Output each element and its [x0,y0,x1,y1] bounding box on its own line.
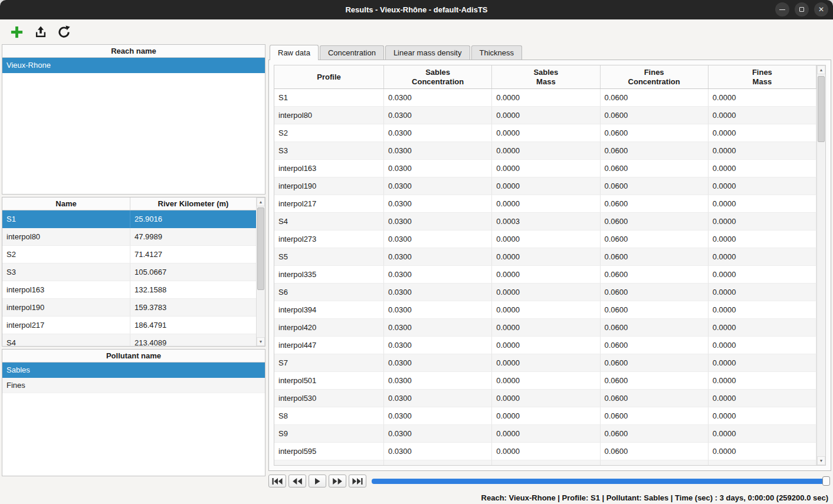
titlebar[interactable]: Results - Vieux-Rhône - default-AdisTS ✕ [0,0,833,19]
profiles-panel: Name River Kilometer (m) S1 25.9016 [2,197,265,347]
cell-sables-concentration: 0.0300 [384,213,492,230]
data-table-body: S1 0.0300 0.0000 0.0600 0.0000 interpol8… [274,89,816,465]
reach-list: Vieux-Rhone [2,58,265,194]
table-row[interactable]: interpol595 0.0300 0.0000 0.0600 0.0000 [274,443,816,460]
cell-profile: interpol217 [274,195,384,213]
maximize-button[interactable] [795,2,809,17]
statusbar: Reach: Vieux-Rhone | Profile: S1 | Pollu… [0,491,833,504]
column-header-fines-mass[interactable]: Fines Mass [709,65,816,88]
profile-row[interactable]: S1 25.9016 [2,210,256,228]
table-row[interactable]: S6 0.0300 0.0000 0.0600 0.0000 [274,284,816,301]
table-row[interactable]: interpol217 0.0300 0.0000 0.0600 0.0000 [274,195,816,213]
table-row[interactable]: interpol501 0.0300 0.0000 0.0600 0.0000 [274,372,816,390]
tab[interactable]: Raw data [270,45,319,60]
table-row[interactable]: interpol335 0.0300 0.0000 0.0600 0.0000 [274,266,816,284]
table-row[interactable]: S10 0.0300 0.0000 0.0600 0.0000 [274,460,816,465]
profiles-scrollbar[interactable]: ▲ ▼ [256,197,265,346]
scroll-up-icon[interactable]: ▲ [817,65,825,74]
table-row[interactable]: interpol420 0.0300 0.0000 0.0600 0.0000 [274,319,816,337]
close-button[interactable]: ✕ [814,2,828,17]
reach-item[interactable]: Vieux-Rhone [2,58,265,73]
profile-row[interactable]: interpol217 186.4791 [2,317,256,334]
cell-sables-mass: 0.0000 [492,425,600,443]
cell-fines-mass: 0.0000 [709,142,816,160]
tab[interactable]: Concentration [320,45,384,60]
play-button[interactable] [309,475,326,487]
add-button[interactable] [9,24,25,40]
export-button[interactable] [32,24,48,40]
cell-fines-mass: 0.0000 [709,124,816,142]
column-header-fines-concentration[interactable]: Fines Concentration [601,65,709,88]
table-row[interactable]: S5 0.0300 0.0000 0.0600 0.0000 [274,248,816,266]
table-row[interactable]: interpol394 0.0300 0.0000 0.0600 0.0000 [274,301,816,319]
scroll-down-icon[interactable]: ▼ [817,456,825,465]
cell-sables-mass: 0.0000 [492,266,600,284]
table-row[interactable]: interpol530 0.0300 0.0000 0.0600 0.0000 [274,390,816,407]
cell-profile: interpol420 [274,319,384,337]
table-row[interactable]: S4 0.0300 0.0003 0.0600 0.0000 [274,213,816,230]
table-row[interactable]: interpol80 0.0300 0.0000 0.0600 0.0000 [274,107,816,124]
status-text: Reach: Vieux-Rhone | Profile: S1 | Pollu… [481,493,828,502]
minimize-button[interactable] [775,2,789,17]
step-backward-button[interactable] [288,475,306,487]
table-scrollbar[interactable]: ▲ ▼ [816,65,825,465]
tab[interactable]: Thickness [471,45,523,60]
table-row[interactable]: interpol163 0.0300 0.0000 0.0600 0.0000 [274,160,816,177]
scroll-down-icon[interactable]: ▼ [257,337,265,346]
step-forward-button[interactable] [329,475,346,487]
data-table-header: Profile Sables Concentration Sables Mass… [274,65,816,89]
profiles-scroll-track[interactable] [257,206,265,337]
table-scroll-track[interactable] [817,74,825,456]
profile-row[interactable]: interpol163 132.1588 [2,281,256,299]
table-row[interactable]: S7 0.0300 0.0000 0.0600 0.0000 [274,354,816,372]
cell-fines-concentration: 0.0600 [601,124,709,142]
header-line: Mass [536,77,556,87]
cell-fines-mass: 0.0000 [709,284,816,301]
column-header-sables-concentration[interactable]: Sables Concentration [384,65,492,88]
cell-fines-mass: 0.0000 [709,107,816,124]
cell-sables-mass: 0.0000 [492,195,600,213]
scroll-up-icon[interactable]: ▲ [257,197,265,206]
profiles-scroll-thumb[interactable] [257,207,264,290]
cell-sables-mass: 0.0000 [492,160,600,177]
cell-fines-concentration: 0.0600 [601,354,709,372]
table-scroll-thumb[interactable] [818,76,825,142]
data-table-inner: Profile Sables Concentration Sables Mass… [274,65,816,465]
refresh-button[interactable] [56,24,72,40]
time-slider-track[interactable] [372,479,829,484]
table-row[interactable]: interpol190 0.0300 0.0000 0.0600 0.0000 [274,177,816,195]
profile-row[interactable]: interpol80 47.9989 [2,228,256,246]
time-slider[interactable] [372,475,830,487]
column-header-name[interactable]: Name [2,197,130,210]
cell-fines-concentration: 0.0600 [601,337,709,354]
table-row[interactable]: interpol447 0.0300 0.0000 0.0600 0.0000 [274,337,816,354]
profile-row[interactable]: S2 71.4127 [2,246,256,263]
pollutant-item[interactable]: Fines [2,378,265,393]
column-header-sables-mass[interactable]: Sables Mass [492,65,600,88]
pollutant-item[interactable]: Sables [2,363,265,378]
table-row[interactable]: interpol273 0.0300 0.0000 0.0600 0.0000 [274,230,816,248]
skip-to-end-button[interactable] [349,475,366,487]
tab-label: Thickness [480,48,514,57]
skip-to-start-button[interactable] [268,475,286,487]
table-row[interactable]: S8 0.0300 0.0000 0.0600 0.0000 [274,407,816,425]
tab-label: Linear mass density [393,48,462,57]
header-line: Sables [533,68,558,77]
column-header-river-kilometer[interactable]: River Kilometer (m) [130,197,256,210]
tab[interactable]: Linear mass density [385,45,470,60]
profile-row[interactable]: S4 213.4089 [2,334,256,346]
cell-sables-mass: 0.0000 [492,372,600,390]
profile-row[interactable]: S3 105.0667 [2,263,256,281]
cell-sables-concentration: 0.0300 [384,407,492,425]
time-slider-handle[interactable] [822,476,830,486]
profile-row[interactable]: interpol190 159.3783 [2,299,256,317]
column-header-profile[interactable]: Profile [274,65,384,88]
table-row[interactable]: S9 0.0300 0.0000 0.0600 0.0000 [274,425,816,443]
cell-fines-mass: 0.0000 [709,195,816,213]
table-row[interactable]: S3 0.0300 0.0000 0.0600 0.0000 [274,142,816,160]
table-row[interactable]: S1 0.0300 0.0000 0.0600 0.0000 [274,89,816,107]
cell-river-kilometer: 159.3783 [130,299,256,317]
cell-profile: S10 [274,460,384,465]
cell-fines-mass: 0.0000 [709,319,816,337]
table-row[interactable]: S2 0.0300 0.0000 0.0600 0.0000 [274,124,816,142]
